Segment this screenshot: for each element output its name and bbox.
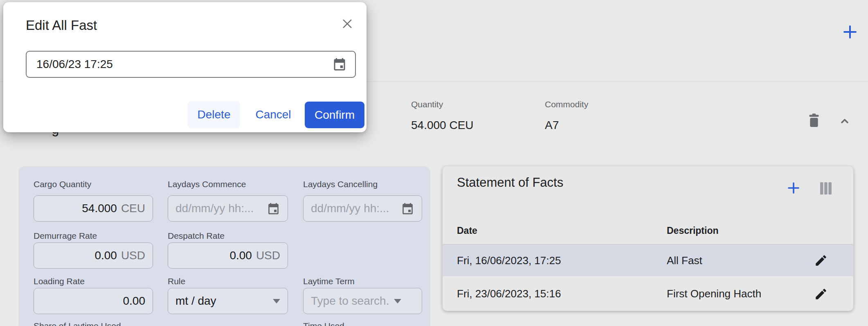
rule-label: Rule: [168, 276, 185, 286]
laydays-commence-input[interactable]: [175, 196, 263, 221]
sof-row[interactable]: Fri, 23/06/2023, 15:16 First Opening Hac…: [443, 277, 853, 311]
demurrage-rate-label: Demurrage Rate: [34, 231, 97, 241]
rule-value: mt / day: [175, 294, 216, 308]
app-root: Quantity 54.000 CEU Commodity A7 g Cargo…: [0, 0, 868, 326]
laytime-form-card: Cargo Quantity Laydays Commence Laydays …: [19, 167, 430, 326]
pencil-icon: [814, 287, 830, 301]
commodity-label: Commodity: [545, 100, 588, 109]
dialog-close-button[interactable]: [340, 15, 358, 32]
datetime-field[interactable]: [26, 51, 356, 78]
cargo-quantity-label: Cargo Quantity: [34, 179, 91, 189]
cancel-button[interactable]: Cancel: [247, 101, 299, 129]
laydays-cancelling-label: Laydays Cancelling: [303, 179, 378, 189]
edit-all-fast-dialog: Edit All Fast Delete Cancel Confirm: [3, 2, 367, 132]
delete-cargo-button[interactable]: [806, 111, 824, 129]
add-button[interactable]: [842, 24, 858, 40]
pencil-icon: [814, 254, 830, 267]
despatch-rate-unit: USD: [256, 249, 280, 262]
sof-title: Statement of Facts: [457, 175, 563, 190]
datetime-input[interactable]: [36, 58, 332, 71]
sof-col-date: Date: [457, 225, 477, 236]
sof-row-selected[interactable]: Fri, 16/06/2023, 17:25 All Fast: [443, 244, 853, 276]
loading-rate-value: 0.00: [123, 294, 146, 308]
cargo-quantity-unit: CEU: [121, 202, 145, 215]
quantity-value: 54.000 CEU: [411, 119, 474, 132]
edit-row-button[interactable]: [814, 286, 830, 302]
laydays-commence-label: Laydays Commence: [168, 179, 246, 189]
sof-row-date: Fri, 23/06/2023, 15:16: [457, 288, 561, 300]
sof-row-date: Fri, 16/06/2023, 17:25: [457, 254, 561, 267]
sof-columns-button[interactable]: [819, 180, 836, 197]
time-used-label: Time Used: [303, 321, 344, 326]
laydays-commence-field[interactable]: [168, 195, 288, 222]
plus-icon: [786, 181, 803, 195]
rule-select[interactable]: mt / day: [168, 288, 288, 314]
share-of-laytime-used-label: Share of Laytime Used: [34, 321, 121, 326]
demurrage-rate-field[interactable]: 0.00 USD: [34, 242, 153, 269]
laydays-cancelling-field[interactable]: [303, 195, 422, 222]
quantity-label: Quantity: [411, 100, 443, 109]
close-icon: [340, 17, 358, 31]
chevron-down-icon: [394, 299, 401, 303]
calendar-icon[interactable]: [401, 202, 414, 215]
statement-of-facts-card: Statement of Facts Date Description: [443, 166, 853, 311]
despatch-rate-value: 0.00: [229, 249, 252, 262]
calendar-icon[interactable]: [267, 202, 280, 215]
trash-icon: [806, 112, 824, 129]
cargo-quantity-value: 54.000: [82, 202, 117, 215]
collapse-section-button[interactable]: [838, 114, 854, 129]
sof-row-description: All Fast: [667, 254, 702, 267]
commodity-value: A7: [545, 119, 559, 132]
columns-icon: [819, 181, 836, 195]
edit-row-button[interactable]: [814, 252, 830, 269]
chevron-up-icon: [838, 115, 854, 127]
sof-add-button[interactable]: [786, 179, 803, 197]
despatch-rate-field[interactable]: 0.00 USD: [168, 242, 288, 269]
despatch-rate-label: Despatch Rate: [168, 231, 225, 241]
laytime-term-label: Laytime Term: [303, 276, 355, 286]
demurrage-rate-value: 0.00: [94, 249, 117, 262]
laytime-term-placeholder: Type to search.: [311, 294, 389, 308]
cargo-quantity-field[interactable]: 54.000 CEU: [34, 195, 153, 222]
loading-rate-field[interactable]: 0.00: [34, 288, 153, 314]
sof-col-description: Description: [667, 225, 719, 236]
laydays-cancelling-input[interactable]: [311, 196, 398, 221]
delete-button[interactable]: Delete: [188, 101, 240, 129]
sof-row-description: First Opening Hacth: [667, 288, 761, 300]
calendar-icon[interactable]: [332, 57, 347, 72]
loading-rate-label: Loading Rate: [34, 276, 85, 286]
laytime-term-select[interactable]: Type to search.: [303, 288, 422, 314]
plus-icon: [842, 24, 858, 40]
confirm-button[interactable]: Confirm: [305, 102, 364, 128]
demurrage-rate-unit: USD: [121, 249, 145, 262]
dialog-title: Edit All Fast: [26, 18, 97, 33]
chevron-down-icon: [273, 299, 280, 303]
